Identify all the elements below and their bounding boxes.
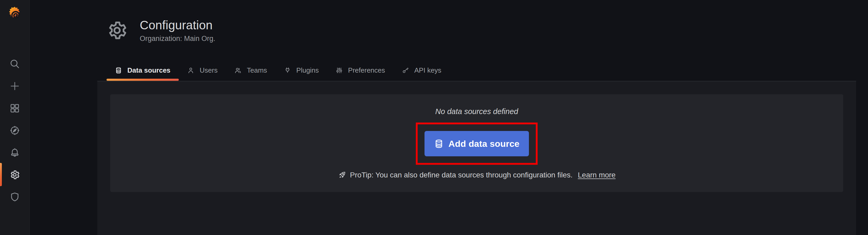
tab-teams[interactable]: Teams [226, 60, 276, 81]
tab-users[interactable]: Users [179, 60, 226, 81]
add-data-source-button[interactable]: Add data source [425, 131, 529, 156]
grafana-logo[interactable] [6, 6, 24, 23]
protip-row: ProTip: You can also define data sources… [338, 171, 615, 179]
sidebar-item-create[interactable] [9, 81, 20, 92]
sidebar-item-server-admin[interactable] [9, 192, 20, 202]
protip-text: ProTip: You can also define data sources… [350, 171, 572, 179]
tab-label: Preferences [348, 66, 385, 75]
user-icon [187, 67, 194, 74]
sidebar-active-indicator [0, 163, 2, 186]
plug-icon [284, 67, 291, 74]
tab-label: Plugins [297, 66, 319, 75]
tab-plugins[interactable]: Plugins [276, 60, 327, 81]
annotation-highlight-box: Add data source [416, 123, 538, 165]
tab-api-keys[interactable]: API keys [393, 60, 450, 81]
page-title: Configuration [140, 18, 215, 32]
tab-data-sources[interactable]: Data sources [106, 60, 179, 81]
sidebar-item-configuration[interactable] [9, 169, 20, 180]
dashboards-grid-icon [9, 103, 20, 113]
grafana-logo-icon [6, 6, 24, 23]
learn-more-link[interactable]: Learn more [578, 171, 615, 179]
tab-label: Users [199, 66, 218, 75]
configuration-gear-icon [106, 20, 128, 41]
database-icon [434, 139, 444, 149]
add-data-source-button-label: Add data source [448, 139, 520, 149]
alerting-bell-icon [9, 147, 20, 158]
sliders-icon [336, 67, 343, 74]
database-icon [115, 67, 122, 74]
page-header: Configuration Organization: Main Org. [106, 18, 215, 43]
rocket-icon [338, 171, 346, 179]
sidebar-nav [0, 59, 30, 202]
users-icon [235, 67, 242, 74]
sidebar-item-search[interactable] [9, 59, 20, 69]
page-header-text: Configuration Organization: Main Org. [140, 18, 215, 43]
empty-state-message: No data sources defined [435, 107, 518, 116]
sidebar [0, 0, 30, 235]
tab-preferences[interactable]: Preferences [327, 60, 393, 81]
sidebar-item-alerting[interactable] [9, 147, 20, 158]
empty-list-card: No data sources defined Add data source [110, 94, 843, 192]
sidebar-item-explore[interactable] [9, 125, 20, 136]
server-admin-shield-icon [9, 192, 20, 202]
explore-compass-icon [9, 125, 20, 136]
tab-label: Data sources [127, 66, 170, 75]
tab-label: API keys [414, 66, 441, 75]
search-icon [9, 59, 20, 69]
grafana-app: Configuration Organization: Main Org. Da… [0, 0, 868, 235]
key-icon [402, 67, 409, 74]
tab-bar: Data sources Users Teams Plugins [106, 60, 450, 81]
configuration-gear-icon [9, 169, 20, 181]
page-subtitle: Organization: Main Org. [140, 34, 215, 43]
sidebar-item-dashboards[interactable] [9, 103, 20, 113]
plus-icon [9, 81, 20, 92]
tab-label: Teams [247, 66, 267, 75]
